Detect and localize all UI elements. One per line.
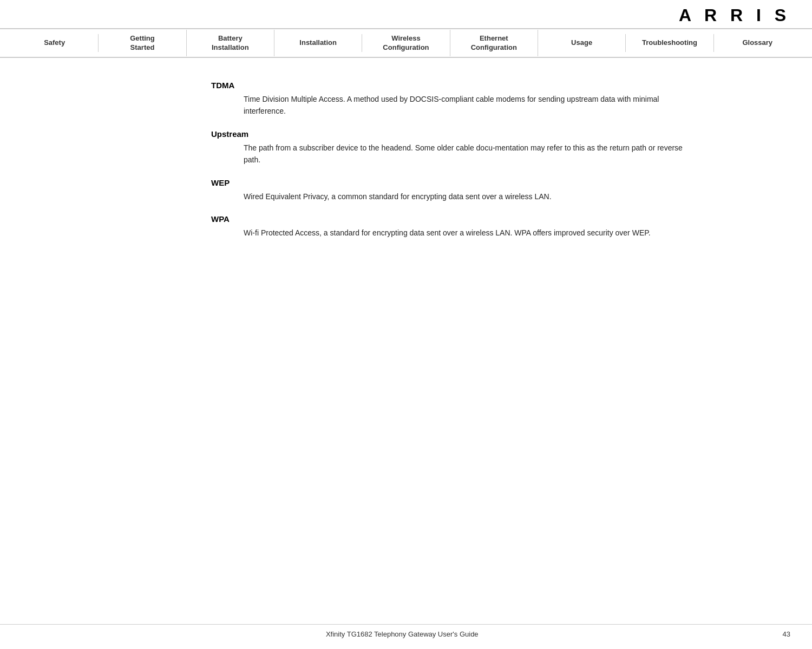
- content-area: TDMA Time Division Multiple Access. A me…: [206, 69, 790, 239]
- nav-item-installation[interactable]: Installation: [274, 34, 362, 52]
- nav-item-safety[interactable]: Safety: [11, 34, 99, 52]
- term-upstream: Upstream: [211, 129, 790, 139]
- header: A R R I S: [0, 0, 812, 28]
- definition-upstream: The path from a subscriber device to the…: [244, 142, 687, 166]
- term-wep: WEP: [211, 178, 790, 187]
- definition-tdma: Time Division Multiple Access. A method …: [244, 93, 687, 117]
- footer: Xfinity TG1682 Telephony Gateway User's …: [0, 624, 812, 638]
- nav-item-wireless-configuration[interactable]: Wireless Configuration: [362, 30, 450, 57]
- term-tdma: TDMA: [211, 81, 790, 90]
- footer-page-number: 43: [783, 630, 790, 638]
- nav-item-glossary[interactable]: Glossary: [714, 34, 801, 52]
- footer-center-text: Xfinity TG1682 Telephony Gateway User's …: [22, 630, 783, 638]
- left-margin: [22, 69, 206, 239]
- nav-item-battery-installation[interactable]: Battery Installation: [187, 30, 274, 57]
- definition-wpa: Wi-fi Protected Access, a standard for e…: [244, 227, 687, 239]
- nav-item-troubleshooting[interactable]: Troubleshooting: [626, 34, 713, 52]
- nav-item-usage[interactable]: Usage: [538, 34, 626, 52]
- nav-item-ethernet-configuration[interactable]: Ethernet Configuration: [450, 30, 538, 57]
- nav-item-getting-started[interactable]: Getting Started: [99, 30, 186, 57]
- arris-logo: A R R I S: [679, 5, 790, 25]
- navigation-bar: Safety Getting Started Battery Installat…: [0, 28, 812, 58]
- main-content: TDMA Time Division Multiple Access. A me…: [0, 58, 812, 250]
- term-wpa: WPA: [211, 214, 790, 224]
- definition-wep: Wired Equivalent Privacy, a common stand…: [244, 191, 687, 202]
